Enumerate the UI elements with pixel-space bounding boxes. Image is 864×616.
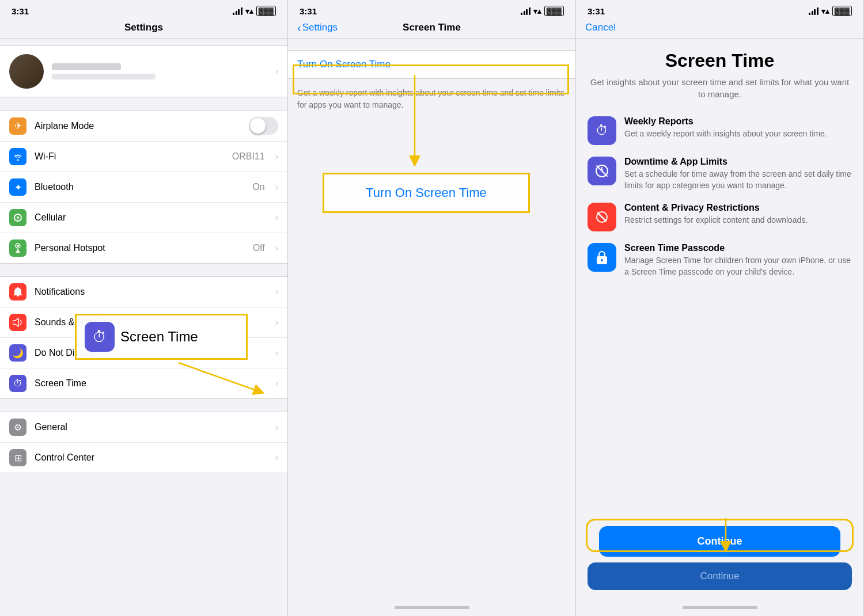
svg-rect-2 <box>17 245 19 247</box>
status-bar-3: 3:31 ▾▴ ▓▓▓ <box>576 0 863 18</box>
settings-row-sounds[interactable]: Sounds & Haptics › <box>0 307 287 338</box>
wifi-chevron: › <box>275 151 278 162</box>
settings-row-airplane[interactable]: ✈ Airplane Mode <box>0 111 287 142</box>
airplane-icon: ✈ <box>9 117 26 135</box>
hotspot-chevron: › <box>275 243 278 253</box>
turn-on-row[interactable]: Turn On Screen Time <box>288 51 575 78</box>
wifi-value: ORBI11 <box>232 151 265 162</box>
screentime-label: Screen Time <box>35 378 267 389</box>
controlcenter-label: Control Center <box>35 453 267 463</box>
privacy-icon <box>588 203 616 231</box>
status-icons-2: ▾▴ ▓▓▓ <box>521 6 564 16</box>
settings-row-screentime[interactable]: ⏱ Screen Time › <box>0 368 287 398</box>
wifi-icon-3: ▾▴ <box>821 7 829 16</box>
general-chevron: › <box>275 422 278 432</box>
settings-group-system: Notifications › Sounds & Haptics › 🌙 Do … <box>0 276 287 399</box>
cancel-button[interactable]: Cancel <box>585 22 616 33</box>
svg-point-10 <box>601 259 603 261</box>
nav-bar-3: Cancel <box>576 18 863 39</box>
welcome-title: Screen Time <box>588 50 852 71</box>
sounds-chevron: › <box>275 317 278 328</box>
signal-icon <box>233 7 242 15</box>
weekly-title: Weekly Reports <box>624 116 852 127</box>
airplane-toggle[interactable] <box>249 117 278 135</box>
svg-point-1 <box>17 216 19 219</box>
settings-row-wifi[interactable]: Wi-Fi ORBI11 › <box>0 142 287 172</box>
wifi-icon-2: ▾▴ <box>533 7 541 16</box>
feature-downtime: Downtime & App Limits Set a schedule for… <box>588 157 852 191</box>
profile-sub-blur <box>52 74 156 79</box>
profile-chevron: › <box>275 66 278 77</box>
home-indicator-2 <box>395 606 469 609</box>
passcode-icon <box>588 243 616 272</box>
status-icons-3: ▾▴ ▓▓▓ <box>809 6 852 16</box>
avatar <box>9 54 44 89</box>
downtime-icon <box>588 157 616 185</box>
notifications-icon <box>9 283 26 301</box>
panel3-welcome: 3:31 ▾▴ ▓▓▓ Cancel Screen Time Get insig… <box>576 0 864 616</box>
controlcenter-icon: ⊞ <box>9 449 26 466</box>
dnd-icon: 🌙 <box>9 344 26 362</box>
bluetooth-label: Bluetooth <box>35 182 244 192</box>
settings-row-bluetooth[interactable]: ✦ Bluetooth On › <box>0 172 287 203</box>
wifi-row-icon <box>9 148 26 165</box>
sounds-label: Sounds & Haptics <box>35 317 267 328</box>
settings-row-hotspot[interactable]: Personal Hotspot Off › <box>0 233 287 263</box>
wifi-icon: ▾▴ <box>245 7 253 16</box>
nav-bar-2: ‹ Settings Screen Time <box>288 18 575 39</box>
screentime-chevron: › <box>275 378 278 389</box>
settings-row-notifications[interactable]: Notifications › <box>0 277 287 307</box>
feature-weekly: ⏱ Weekly Reports Get a weekly report wit… <box>588 116 852 145</box>
weekly-icon: ⏱ <box>588 116 616 145</box>
status-icons-1: ▾▴ ▓▓▓ <box>233 6 276 16</box>
feature-passcode: Screen Time Passcode Manage Screen Time … <box>588 243 852 277</box>
profile-name-blur <box>52 63 121 70</box>
settings-list-1: › ✈ Airplane Mode Wi-Fi <box>0 39 287 616</box>
nav-bar-1: Settings <box>0 18 287 39</box>
airplane-label: Airplane Mode <box>35 121 241 131</box>
status-bar-1: 3:31 ▾▴ ▓▓▓ <box>0 0 287 18</box>
screentime-description: Get a weekly report with insights about … <box>288 79 575 111</box>
notifications-chevron: › <box>275 287 278 297</box>
screentime-icon: ⏱ <box>9 375 26 392</box>
back-chevron-icon: ‹ <box>297 21 301 35</box>
hotspot-icon <box>9 239 26 257</box>
bluetooth-chevron: › <box>275 182 278 192</box>
battery-icon: ▓▓▓ <box>256 6 276 16</box>
settings-group-connectivity: ✈ Airplane Mode Wi-Fi ORBI11 › <box>0 110 287 264</box>
weekly-desc: Get a weekly report with insights about … <box>624 128 852 140</box>
downtime-desc: Set a schedule for time away from the sc… <box>624 169 852 191</box>
signal-icon-3 <box>809 7 818 15</box>
turn-on-link: Turn On Screen Time <box>297 59 391 70</box>
status-time-3: 3:31 <box>588 6 605 16</box>
status-time-2: 3:31 <box>300 6 317 16</box>
panel2-nav-title: Screen Time <box>403 22 461 33</box>
welcome-subtitle: Get insights about your screen time and … <box>588 76 852 100</box>
nav-back-button[interactable]: ‹ Settings <box>297 21 338 35</box>
settings-row-controlcenter[interactable]: ⊞ Control Center › <box>0 443 287 473</box>
profile-row[interactable]: › <box>0 45 287 97</box>
continue-main-wrapper: Continue <box>588 520 852 557</box>
continue-main-button[interactable]: Continue <box>599 526 840 557</box>
privacy-title: Content & Privacy Restrictions <box>624 203 852 213</box>
cellular-icon <box>9 209 26 226</box>
notifications-label: Notifications <box>35 287 267 297</box>
panel1-settings: 3:31 ▾▴ ▓▓▓ Settings › <box>0 0 288 616</box>
settings-row-cellular[interactable]: Cellular › <box>0 203 287 233</box>
bluetooth-value: On <box>252 182 264 192</box>
continue-bottom-button[interactable]: Continue <box>588 562 852 590</box>
system-rows: Notifications › Sounds & Haptics › 🌙 Do … <box>0 276 287 399</box>
connectivity-rows: ✈ Airplane Mode Wi-Fi ORBI11 › <box>0 110 287 264</box>
general-label: General <box>35 422 267 432</box>
cellular-label: Cellular <box>35 212 267 223</box>
settings-row-dnd[interactable]: 🌙 Do Not Disturb › <box>0 338 287 368</box>
settings-row-general[interactable]: ⚙ General › <box>0 412 287 443</box>
general-icon: ⚙ <box>9 419 26 436</box>
controlcenter-chevron: › <box>275 453 278 463</box>
settings-group-system2: ⚙ General › ⊞ Control Center › <box>0 412 287 473</box>
hotspot-value: Off <box>253 243 265 253</box>
passcode-title: Screen Time Passcode <box>624 243 852 253</box>
annotation-box: Turn On Screen Time <box>323 173 530 213</box>
privacy-desc: Restrict settings for explicit content a… <box>624 215 852 226</box>
status-bar-2: 3:31 ▾▴ ▓▓▓ <box>288 0 575 18</box>
